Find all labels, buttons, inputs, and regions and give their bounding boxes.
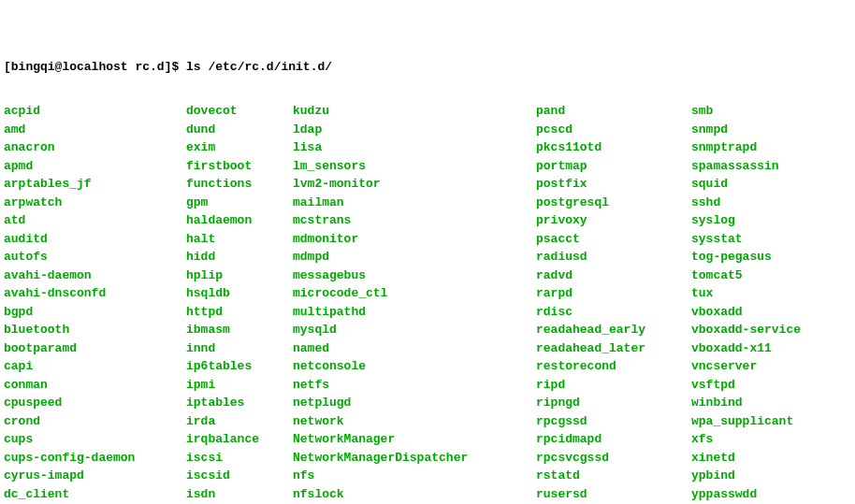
file-entry: iscsid bbox=[186, 467, 293, 485]
file-entry: lm_sensors bbox=[293, 157, 536, 176]
file-entry: messagebus bbox=[293, 266, 536, 285]
file-entry: pkcs11otd bbox=[536, 138, 691, 157]
column-4: smbsnmpdsnmptrapdspamassassinsquidsshdsy… bbox=[691, 102, 841, 504]
file-entry: pcscd bbox=[536, 121, 691, 139]
column-0: acpidamdanacronapmdarptables_jfarpwatcha… bbox=[4, 102, 186, 504]
file-entry: vsftpd bbox=[691, 376, 841, 395]
file-entry: winbind bbox=[691, 394, 841, 412]
file-entry: avahi-daemon bbox=[4, 266, 186, 285]
file-entry: auditd bbox=[4, 230, 186, 249]
file-entry: dovecot bbox=[186, 102, 293, 121]
file-entry: tog-pegasus bbox=[691, 248, 841, 266]
file-entry: cups bbox=[4, 430, 186, 449]
file-entry: spamassassin bbox=[691, 157, 841, 176]
file-entry: bootparamd bbox=[4, 339, 186, 358]
file-entry: nfs bbox=[293, 467, 536, 485]
file-entry: haldaemon bbox=[186, 211, 293, 230]
file-entry: smb bbox=[691, 102, 841, 121]
file-entry: ibmasm bbox=[186, 321, 293, 339]
file-entry: readahead_later bbox=[536, 339, 691, 358]
file-entry: psacct bbox=[536, 230, 691, 249]
file-entry: radvd bbox=[536, 266, 691, 285]
file-entry: autofs bbox=[4, 248, 186, 266]
file-entry: rstatd bbox=[536, 467, 691, 485]
file-entry: postfix bbox=[536, 175, 691, 194]
file-entry: iptables bbox=[186, 394, 293, 412]
file-entry: netfs bbox=[293, 376, 536, 395]
file-entry: rpcgssd bbox=[536, 412, 691, 431]
file-entry: rpcsvcgssd bbox=[536, 449, 691, 468]
file-entry: nfslock bbox=[293, 485, 536, 504]
file-entry: privoxy bbox=[536, 211, 691, 230]
file-entry: xfs bbox=[691, 430, 841, 449]
file-entry: ldap bbox=[293, 121, 536, 139]
file-entry: radiusd bbox=[536, 248, 691, 266]
file-entry: amd bbox=[4, 121, 186, 139]
file-entry: netconsole bbox=[293, 357, 536, 376]
file-entry: restorecond bbox=[536, 357, 691, 376]
file-entry: vboxadd-service bbox=[691, 321, 841, 339]
file-entry: vncserver bbox=[691, 357, 841, 376]
file-entry: kudzu bbox=[293, 102, 536, 121]
file-entry: network bbox=[293, 412, 536, 431]
file-entry: gpm bbox=[186, 194, 293, 212]
file-entry: avahi-dnsconfd bbox=[4, 284, 186, 303]
file-entry: functions bbox=[186, 175, 293, 194]
column-3: pandpcscdpkcs11otdportmappostfixpostgres… bbox=[536, 102, 691, 504]
file-entry: readahead_early bbox=[536, 321, 691, 339]
file-entry: vboxadd-x11 bbox=[691, 339, 841, 358]
file-entry: squid bbox=[691, 175, 841, 194]
file-entry: rusersd bbox=[536, 485, 691, 504]
file-entry: hplip bbox=[186, 266, 293, 285]
file-entry: vboxadd bbox=[691, 303, 841, 322]
file-entry: irda bbox=[186, 412, 293, 431]
file-entry: bgpd bbox=[4, 303, 186, 322]
file-entry: iscsi bbox=[186, 449, 293, 468]
file-entry: httpd bbox=[186, 303, 293, 322]
file-entry: pand bbox=[536, 102, 691, 121]
file-entry: mailman bbox=[293, 194, 536, 212]
file-entry: mcstrans bbox=[293, 211, 536, 230]
file-entry: rdisc bbox=[536, 303, 691, 322]
file-entry: sysstat bbox=[691, 230, 841, 249]
file-entry: snmpd bbox=[691, 121, 841, 139]
file-entry: lisa bbox=[293, 138, 536, 157]
file-entry: acpid bbox=[4, 102, 186, 121]
file-entry: mysqld bbox=[293, 321, 536, 339]
file-entry: mdmpd bbox=[293, 248, 536, 266]
file-entry: microcode_ctl bbox=[293, 284, 536, 303]
file-entry: innd bbox=[186, 339, 293, 358]
file-entry: ip6tables bbox=[186, 357, 293, 376]
file-entry: ypbind bbox=[691, 467, 841, 485]
column-1: dovecotdundeximfirstbootfunctionsgpmhald… bbox=[186, 102, 293, 504]
file-entry: cyrus-imapd bbox=[4, 467, 186, 485]
file-entry: yppasswdd bbox=[691, 485, 841, 504]
file-entry: capi bbox=[4, 357, 186, 376]
file-entry: conman bbox=[4, 376, 186, 395]
file-entry: crond bbox=[4, 412, 186, 431]
file-entry: firstboot bbox=[186, 157, 293, 176]
file-entry: atd bbox=[4, 211, 186, 230]
file-entry: dund bbox=[186, 121, 293, 139]
file-entry: portmap bbox=[536, 157, 691, 176]
file-entry: hsqldb bbox=[186, 284, 293, 303]
file-entry: cpuspeed bbox=[4, 394, 186, 412]
file-entry: multipathd bbox=[293, 303, 536, 322]
file-entry: cups-config-daemon bbox=[4, 449, 186, 468]
file-entry: NetworkManager bbox=[293, 430, 536, 449]
file-entry: ipmi bbox=[186, 376, 293, 395]
ls-output: acpidamdanacronapmdarptables_jfarpwatcha… bbox=[4, 102, 851, 504]
file-entry: arptables_jf bbox=[4, 175, 186, 194]
file-entry: irqbalance bbox=[186, 430, 293, 449]
file-entry: hidd bbox=[186, 248, 293, 266]
file-entry: isdn bbox=[186, 485, 293, 504]
file-entry: netplugd bbox=[293, 394, 536, 412]
file-entry: mdmonitor bbox=[293, 230, 536, 249]
file-entry: snmptrapd bbox=[691, 138, 841, 157]
file-entry: syslog bbox=[691, 211, 841, 230]
file-entry: postgresql bbox=[536, 194, 691, 212]
file-entry: arpwatch bbox=[4, 194, 186, 212]
terminal-prompt: [bingqi@localhost rc.d]$ ls /etc/rc.d/in… bbox=[4, 60, 851, 74]
column-2: kudzuldaplisalm_sensorslvm2-monitormailm… bbox=[293, 102, 536, 504]
file-entry: wpa_supplicant bbox=[691, 412, 841, 431]
